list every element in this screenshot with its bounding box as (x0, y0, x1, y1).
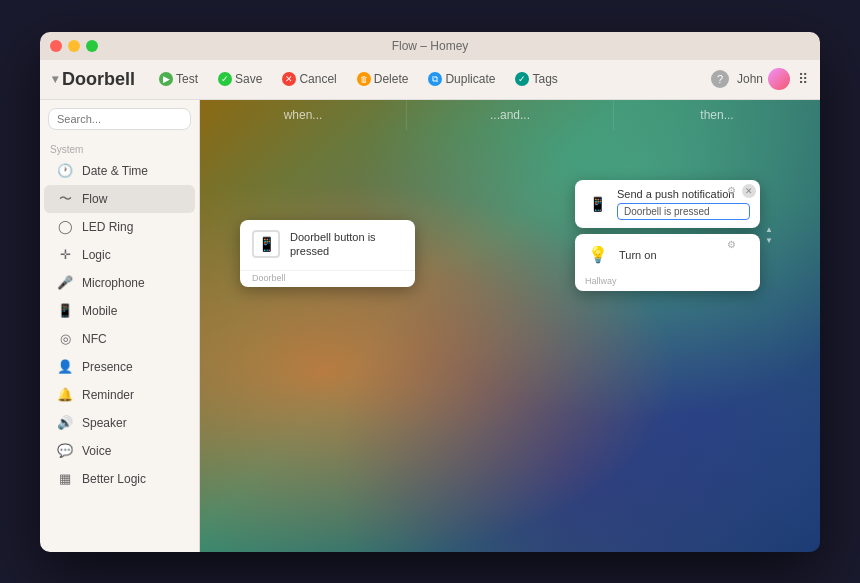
scroll-down-arrow[interactable]: ▼ (765, 236, 773, 245)
doorbell-device-icon: 📱 (252, 230, 280, 258)
help-button[interactable]: ? (711, 70, 729, 88)
window-controls (50, 40, 98, 52)
main-content: System 🕐 Date & Time 〜 Flow ◯ LED Ring ✛… (40, 100, 820, 552)
bulb-icon: 💡 (585, 242, 611, 268)
save-label: Save (235, 72, 262, 86)
reminder-icon: 🔔 (56, 386, 74, 404)
maximize-dot[interactable] (86, 40, 98, 52)
window-title: Flow – Homey (392, 39, 469, 53)
when-card-inner: 📱 Doorbell button is pressed (240, 220, 415, 269)
scroll-up-arrow[interactable]: ▲ (765, 225, 773, 234)
toolbar-right: ? John ⠿ (711, 68, 808, 90)
titlebar: Flow – Homey (40, 32, 820, 60)
duplicate-label: Duplicate (445, 72, 495, 86)
sidebar-item-label: Logic (82, 248, 111, 262)
voice-icon: 💬 (56, 442, 74, 460)
sidebar-item-better-logic[interactable]: ▦ Better Logic (44, 465, 195, 493)
sidebar-item-label: Microphone (82, 276, 145, 290)
cancel-button[interactable]: ✕ Cancel (274, 68, 344, 90)
delete-button[interactable]: 🗑 Delete (349, 68, 417, 90)
sidebar-item-logic[interactable]: ✛ Logic (44, 241, 195, 269)
mobile-icon: 📱 (56, 302, 74, 320)
sidebar-item-presence[interactable]: 👤 Presence (44, 353, 195, 381)
sidebar-item-label: Speaker (82, 416, 127, 430)
sidebar-item-label: Voice (82, 444, 111, 458)
sidebar-item-led-ring[interactable]: ◯ LED Ring (44, 213, 195, 241)
push-notification-close-button[interactable]: ✕ (742, 184, 756, 198)
user-avatar (768, 68, 790, 90)
test-icon: ▶ (159, 72, 173, 86)
sidebar-item-date-time[interactable]: 🕐 Date & Time (44, 157, 195, 185)
search-input[interactable] (48, 108, 191, 130)
apps-grid-icon[interactable]: ⠿ (798, 71, 808, 87)
sidebar-item-reminder[interactable]: 🔔 Reminder (44, 381, 195, 409)
then-card-turn-on[interactable]: ⚙ 💡 Turn on Hallway (575, 234, 760, 291)
flow-icon: 〜 (56, 190, 74, 208)
nfc-icon: ◎ (56, 330, 74, 348)
user-name: John (737, 72, 763, 86)
app-window: Flow – Homey ▾ Doorbell ▶ Test ✓ Save ✕ … (40, 32, 820, 552)
sidebar-item-voice[interactable]: 💬 Voice (44, 437, 195, 465)
cancel-label: Cancel (299, 72, 336, 86)
tags-label: Tags (532, 72, 557, 86)
user-area[interactable]: John (737, 68, 790, 90)
logic-icon: ✛ (56, 246, 74, 264)
page-title: Doorbell (62, 69, 135, 90)
turn-on-label: Hallway (575, 276, 760, 291)
speaker-icon: 🔊 (56, 414, 74, 432)
toolbar: ▾ Doorbell ▶ Test ✓ Save ✕ Cancel 🗑 Dele… (40, 60, 820, 100)
tags-icon: ✓ (515, 72, 529, 86)
led-ring-icon: ◯ (56, 218, 74, 236)
microphone-icon: 🎤 (56, 274, 74, 292)
sidebar-item-label: Date & Time (82, 164, 148, 178)
sidebar: System 🕐 Date & Time 〜 Flow ◯ LED Ring ✛… (40, 100, 200, 552)
then-card-push-notification[interactable]: ⚙ ✕ 📱 Send a push notification (575, 180, 760, 228)
test-button[interactable]: ▶ Test (151, 68, 206, 90)
sidebar-item-label: Mobile (82, 304, 117, 318)
then-column-header: then... (614, 100, 820, 130)
then-cards-container: ⚙ ✕ 📱 Send a push notification ⚙ 💡 (575, 180, 760, 291)
when-card-doorbell[interactable]: 📱 Doorbell button is pressed Doorbell (240, 220, 415, 288)
sidebar-item-speaker[interactable]: 🔊 Speaker (44, 409, 195, 437)
sidebar-item-label: NFC (82, 332, 107, 346)
scroll-indicator: ▲ ▼ (766, 180, 772, 291)
when-card-title: Doorbell button is pressed (290, 230, 403, 259)
sidebar-item-mobile[interactable]: 📱 Mobile (44, 297, 195, 325)
better-logic-icon: ▦ (56, 470, 74, 488)
tags-button[interactable]: ✓ Tags (507, 68, 565, 90)
flow-canvas[interactable]: when... ...and... then... 📱 Doorbell but… (200, 100, 820, 552)
sidebar-item-label: Reminder (82, 388, 134, 402)
chevron-icon: ▾ (52, 72, 58, 86)
presence-icon: 👤 (56, 358, 74, 376)
turn-on-title: Turn on (619, 249, 657, 261)
sidebar-item-flow[interactable]: 〜 Flow (44, 185, 195, 213)
canvas-background (200, 100, 820, 552)
delete-icon: 🗑 (357, 72, 371, 86)
minimize-dot[interactable] (68, 40, 80, 52)
push-notification-device-icon: 📱 (585, 192, 609, 216)
close-dot[interactable] (50, 40, 62, 52)
sidebar-section-system: System (40, 138, 199, 157)
save-icon: ✓ (218, 72, 232, 86)
push-notification-input[interactable] (617, 203, 750, 220)
sidebar-item-label: Flow (82, 192, 107, 206)
duplicate-button[interactable]: ⧉ Duplicate (420, 68, 503, 90)
sidebar-item-nfc[interactable]: ◎ NFC (44, 325, 195, 353)
cancel-icon: ✕ (282, 72, 296, 86)
when-card-label: Doorbell (240, 270, 415, 287)
clock-icon: 🕐 (56, 162, 74, 180)
sidebar-item-label: LED Ring (82, 220, 133, 234)
duplicate-icon: ⧉ (428, 72, 442, 86)
turn-on-settings-icon[interactable]: ⚙ (724, 238, 738, 252)
sidebar-item-label: Better Logic (82, 472, 146, 486)
sidebar-item-microphone[interactable]: 🎤 Microphone (44, 269, 195, 297)
and-column-header: ...and... (407, 100, 614, 130)
sidebar-item-label: Presence (82, 360, 133, 374)
push-notification-settings-icon[interactable]: ⚙ (724, 184, 738, 198)
when-column-header: when... (200, 100, 407, 130)
test-label: Test (176, 72, 198, 86)
delete-label: Delete (374, 72, 409, 86)
column-headers: when... ...and... then... (200, 100, 820, 130)
page-title-area: ▾ Doorbell (52, 69, 135, 90)
save-button[interactable]: ✓ Save (210, 68, 270, 90)
